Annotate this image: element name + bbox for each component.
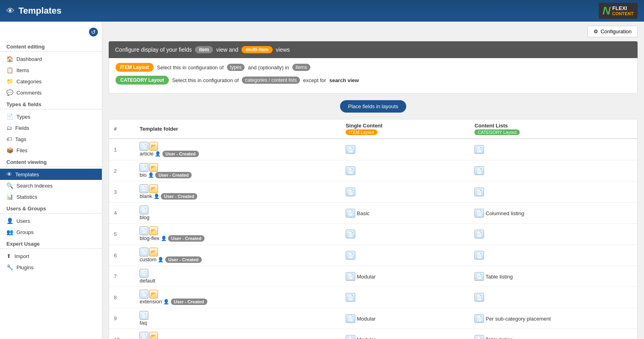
folder-open-icon[interactable]: 📂	[149, 248, 158, 256]
cell-single: 📄	[341, 245, 470, 266]
sidebar-label-users: Users	[16, 218, 30, 224]
folder-open-icon[interactable]: 📂	[149, 142, 158, 151]
folder-edit-icon[interactable]: 📄	[140, 163, 148, 172]
cell-num: 10	[109, 329, 135, 339]
sidebar-item-plugins[interactable]: 🔧 Plugins	[0, 262, 102, 273]
cell-lists: 📄	[470, 182, 637, 203]
sidebar-toggle[interactable]: ↺	[0, 26, 102, 40]
cell-single: 📄	[341, 224, 470, 245]
sidebar-item-fields[interactable]: 🗂 Fields	[0, 122, 102, 133]
folder-edit-icon[interactable]: 📄	[140, 142, 148, 151]
folder-icons: 📄📂	[140, 163, 334, 172]
folder-edit-icon[interactable]: 📄	[140, 184, 148, 193]
edit-lists-icon[interactable]: 📄	[474, 293, 484, 302]
lists-content-value: Table listing	[484, 273, 512, 279]
folder-edit-icon[interactable]: 📄	[140, 269, 148, 278]
folder-icons: 📄📂	[140, 142, 334, 151]
place-fields-button[interactable]: Place fields in layouts	[340, 100, 406, 113]
collapse-sidebar-button[interactable]: ↺	[89, 28, 98, 36]
sidebar-item-templates[interactable]: 👁 Templates	[0, 169, 102, 180]
edit-single-icon[interactable]: 📄	[346, 145, 355, 154]
user-created-badge: User - Created	[155, 172, 192, 178]
user-created-badge: User - Created	[171, 299, 207, 305]
table-body: 1📄📂 article 👤 User - Created📄📄2📄📂 bio 👤 …	[109, 139, 637, 339]
cell-num: 7	[109, 266, 135, 287]
person-icon: 👤	[162, 299, 171, 305]
edit-lists-icon[interactable]: 📄	[474, 314, 484, 323]
edit-single-icon[interactable]: 📄	[346, 293, 355, 302]
cell-num: 6	[109, 245, 135, 266]
edit-single-icon[interactable]: 📄	[346, 188, 355, 196]
sidebar-item-import[interactable]: ⬆ Import	[0, 250, 102, 262]
cell-num: 9	[109, 308, 135, 329]
edit-lists-icon[interactable]: 📄	[474, 209, 484, 218]
folder-edit-icon[interactable]: 📄	[140, 226, 148, 235]
folder-name: blog	[140, 214, 150, 220]
folder-open-icon[interactable]: 📂	[149, 184, 158, 193]
person-icon: 👤	[156, 257, 165, 262]
section-types-fields: Types & fields	[0, 98, 102, 109]
sidebar-item-statistics[interactable]: 📊 Statistics	[0, 191, 102, 202]
edit-single-icon[interactable]: 📄	[346, 314, 355, 323]
table-row: 1📄📂 article 👤 User - Created📄📄	[109, 139, 637, 160]
sidebar-item-files[interactable]: 📦 Files	[0, 145, 102, 156]
edit-single-icon[interactable]: 📄	[346, 272, 355, 281]
folder-open-icon[interactable]: 📂	[149, 332, 158, 339]
layout: ↺ Content editing 🏠 Dashboard 📋 Items 📁 …	[0, 22, 644, 339]
fields-icon: 🗂	[6, 125, 12, 131]
lists-content-value: Per sub-category placement	[484, 315, 551, 321]
folder-edit-icon[interactable]: 📄	[140, 206, 148, 214]
folder-edit-icon[interactable]: 📄	[140, 290, 148, 299]
place-fields-container: Place fields in layouts	[109, 100, 638, 113]
lists-content-value: Columned listing	[484, 210, 524, 216]
item-layout-row: ITEM Layout Select this in configuration…	[115, 63, 631, 72]
edit-lists-icon[interactable]: 📄	[474, 188, 484, 196]
edit-single-icon[interactable]: 📄	[346, 209, 355, 218]
content-area: Configure display of your fields item vi…	[102, 41, 644, 339]
edit-lists-icon[interactable]: 📄	[474, 166, 484, 175]
types-icon: 📄	[6, 113, 13, 120]
and-optionally-text: and (optionally) in	[248, 65, 289, 71]
sidebar-item-users[interactable]: 👤 Users	[0, 215, 102, 226]
sidebar-item-groups[interactable]: 👥 Groups	[0, 226, 102, 238]
user-created-badge: User - Created	[165, 256, 202, 263]
user-created-badge: User - Created	[162, 151, 199, 157]
cell-folder: 📄📂 extension 👤 User - Created	[135, 287, 341, 308]
edit-single-icon[interactable]: 📄	[346, 251, 355, 260]
sidebar-item-tags[interactable]: 🏷 Tags	[0, 133, 102, 145]
folder-open-icon[interactable]: 📂	[149, 290, 158, 299]
sidebar-item-dashboard[interactable]: 🏠 Dashboard	[0, 53, 102, 65]
cat-badge: categories / content lists	[242, 77, 300, 84]
sidebar-item-comments[interactable]: 💬 Comments	[0, 87, 102, 98]
edit-lists-icon[interactable]: 📄	[474, 145, 484, 154]
section-content-editing: Content editing	[0, 40, 102, 52]
edit-single-icon[interactable]: 📄	[346, 166, 355, 175]
sidebar-item-categories[interactable]: 📁 Categories	[0, 76, 102, 87]
person-icon: 👤	[154, 151, 162, 157]
folder-edit-icon[interactable]: 📄	[140, 332, 148, 339]
cell-folder: 📄📂 article 👤 User - Created	[135, 139, 341, 160]
cell-single: 📄	[341, 182, 470, 203]
edit-lists-icon[interactable]: 📄	[474, 230, 484, 238]
edit-lists-icon[interactable]: 📄	[474, 272, 484, 281]
templates-table: # Template folder Single Content ITEM La…	[109, 119, 638, 339]
cell-single: 📄 Basic	[341, 203, 470, 224]
category-layout-row: CATEGORY Layout Select this in configura…	[115, 76, 631, 85]
plugins-icon: 🔧	[6, 264, 13, 270]
cell-lists: 📄	[470, 139, 637, 160]
folder-open-icon[interactable]: 📂	[149, 163, 158, 172]
cell-lists: 📄	[470, 287, 637, 308]
sidebar-item-items[interactable]: 📋 Items	[0, 65, 102, 76]
table-row: 4📄 blog📄 Basic📄 Columned listing	[109, 203, 637, 224]
edit-lists-icon[interactable]: 📄	[474, 335, 484, 339]
edit-single-icon[interactable]: 📄	[346, 230, 355, 238]
edit-single-icon[interactable]: 📄	[346, 335, 355, 339]
main-content: ⚙ Configuration Configure display of you…	[102, 22, 644, 339]
configuration-button[interactable]: ⚙ Configuration	[587, 26, 638, 37]
folder-edit-icon[interactable]: 📄	[140, 311, 148, 320]
sidebar-item-types[interactable]: 📄 Types	[0, 111, 102, 122]
sidebar-item-search-indexes[interactable]: 🔍 Search Indexes	[0, 180, 102, 191]
folder-open-icon[interactable]: 📂	[149, 226, 158, 235]
edit-lists-icon[interactable]: 📄	[474, 251, 484, 260]
folder-edit-icon[interactable]: 📄	[140, 248, 148, 256]
